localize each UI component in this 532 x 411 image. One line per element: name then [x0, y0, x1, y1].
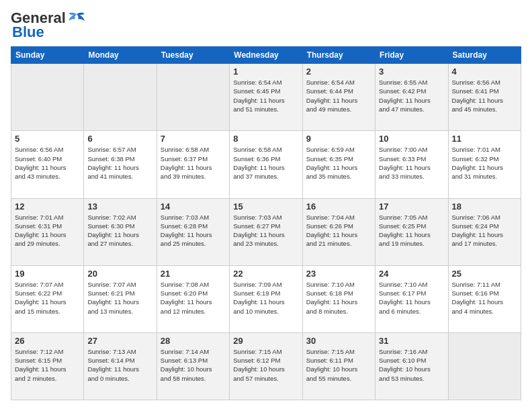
calendar-cell: 25Sunrise: 7:11 AM Sunset: 6:16 PM Dayli… [448, 265, 521, 332]
calendar-cell: 28Sunrise: 7:14 AM Sunset: 6:13 PM Dayli… [157, 332, 229, 400]
day-number: 22 [233, 269, 298, 279]
calendar-cell: 18Sunrise: 7:06 AM Sunset: 6:24 PM Dayli… [448, 198, 521, 265]
cell-info: Sunrise: 7:08 AM Sunset: 6:20 PM Dayligh… [161, 280, 226, 316]
cell-info: Sunrise: 7:00 AM Sunset: 6:33 PM Dayligh… [379, 145, 444, 181]
logo: General Blue [11, 11, 86, 40]
calendar-cell: 2Sunrise: 6:54 AM Sunset: 6:44 PM Daylig… [302, 64, 375, 131]
cell-info: Sunrise: 6:54 AM Sunset: 6:44 PM Dayligh… [306, 78, 371, 113]
calendar-cell: 12Sunrise: 7:01 AM Sunset: 6:31 PM Dayli… [11, 198, 84, 265]
day-number: 21 [161, 269, 226, 279]
cell-info: Sunrise: 7:03 AM Sunset: 6:27 PM Dayligh… [233, 213, 298, 248]
day-number: 1 [233, 66, 298, 77]
calendar-cell: 4Sunrise: 6:56 AM Sunset: 6:41 PM Daylig… [448, 64, 521, 131]
day-number: 26 [15, 336, 80, 346]
weekday-header-saturday: Saturday [448, 47, 521, 64]
cell-info: Sunrise: 6:57 AM Sunset: 6:38 PM Dayligh… [87, 145, 152, 181]
day-number: 31 [379, 336, 444, 346]
cell-info: Sunrise: 7:15 AM Sunset: 6:11 PM Dayligh… [306, 347, 371, 383]
day-number: 13 [87, 201, 152, 212]
calendar-week-row: 26Sunrise: 7:12 AM Sunset: 6:15 PM Dayli… [11, 332, 521, 400]
cell-info: Sunrise: 7:01 AM Sunset: 6:31 PM Dayligh… [15, 213, 80, 248]
day-number: 30 [306, 336, 371, 346]
cell-info: Sunrise: 7:03 AM Sunset: 6:28 PM Dayligh… [161, 213, 226, 248]
calendar-cell: 27Sunrise: 7:13 AM Sunset: 6:14 PM Dayli… [84, 332, 157, 400]
header: General Blue [11, 11, 521, 40]
calendar-week-row: 1Sunrise: 6:54 AM Sunset: 6:45 PM Daylig… [11, 64, 521, 131]
cell-info: Sunrise: 7:04 AM Sunset: 6:26 PM Dayligh… [306, 213, 371, 248]
weekday-header-thursday: Thursday [302, 47, 375, 64]
calendar-cell: 1Sunrise: 6:54 AM Sunset: 6:45 PM Daylig… [230, 64, 302, 131]
calendar-cell: 17Sunrise: 7:05 AM Sunset: 6:25 PM Dayli… [375, 198, 448, 265]
cell-info: Sunrise: 7:15 AM Sunset: 6:12 PM Dayligh… [233, 347, 298, 383]
cell-info: Sunrise: 6:54 AM Sunset: 6:45 PM Dayligh… [233, 78, 298, 113]
day-number: 6 [87, 134, 152, 144]
calendar-cell: 13Sunrise: 7:02 AM Sunset: 6:30 PM Dayli… [84, 198, 157, 265]
calendar-cell: 3Sunrise: 6:55 AM Sunset: 6:42 PM Daylig… [375, 64, 448, 131]
day-number: 7 [161, 134, 226, 144]
cell-info: Sunrise: 7:14 AM Sunset: 6:13 PM Dayligh… [161, 347, 226, 383]
calendar-cell [448, 332, 521, 400]
weekday-header-friday: Friday [375, 47, 448, 64]
day-number: 25 [452, 269, 517, 279]
day-number: 24 [379, 269, 444, 279]
cell-info: Sunrise: 7:16 AM Sunset: 6:10 PM Dayligh… [379, 347, 444, 383]
calendar-cell [84, 64, 157, 131]
weekday-header-row: SundayMondayTuesdayWednesdayThursdayFrid… [11, 47, 521, 64]
cell-info: Sunrise: 7:12 AM Sunset: 6:15 PM Dayligh… [15, 347, 80, 383]
calendar-cell: 20Sunrise: 7:07 AM Sunset: 6:21 PM Dayli… [84, 265, 157, 332]
day-number: 3 [379, 66, 444, 77]
calendar-cell [11, 64, 84, 131]
calendar-cell: 8Sunrise: 6:58 AM Sunset: 6:36 PM Daylig… [230, 131, 302, 198]
cell-info: Sunrise: 7:11 AM Sunset: 6:16 PM Dayligh… [452, 280, 517, 316]
calendar-cell: 19Sunrise: 7:07 AM Sunset: 6:22 PM Dayli… [11, 265, 84, 332]
cell-info: Sunrise: 6:56 AM Sunset: 6:41 PM Dayligh… [452, 78, 517, 113]
calendar-cell: 9Sunrise: 6:59 AM Sunset: 6:35 PM Daylig… [302, 131, 375, 198]
day-number: 18 [452, 201, 517, 212]
page: General Blue SundayMondayTuesdayWednesda… [0, 0, 532, 411]
calendar-cell: 11Sunrise: 7:01 AM Sunset: 6:32 PM Dayli… [448, 131, 521, 198]
calendar-cell: 6Sunrise: 6:57 AM Sunset: 6:38 PM Daylig… [84, 131, 157, 198]
logo-blue-text: Blue [12, 25, 44, 40]
calendar-cell: 16Sunrise: 7:04 AM Sunset: 6:26 PM Dayli… [302, 198, 375, 265]
calendar-cell: 30Sunrise: 7:15 AM Sunset: 6:11 PM Dayli… [302, 332, 375, 400]
cell-info: Sunrise: 7:07 AM Sunset: 6:22 PM Dayligh… [15, 280, 80, 316]
calendar-cell: 31Sunrise: 7:16 AM Sunset: 6:10 PM Dayli… [375, 332, 448, 400]
day-number: 20 [87, 269, 152, 279]
cell-info: Sunrise: 7:13 AM Sunset: 6:14 PM Dayligh… [87, 347, 152, 383]
cell-info: Sunrise: 7:07 AM Sunset: 6:21 PM Dayligh… [87, 280, 152, 316]
calendar-cell: 10Sunrise: 7:00 AM Sunset: 6:33 PM Dayli… [375, 131, 448, 198]
cell-info: Sunrise: 7:01 AM Sunset: 6:32 PM Dayligh… [452, 145, 517, 181]
weekday-header-wednesday: Wednesday [230, 47, 302, 64]
cell-info: Sunrise: 6:55 AM Sunset: 6:42 PM Dayligh… [379, 78, 444, 113]
day-number: 10 [379, 134, 444, 144]
day-number: 5 [15, 134, 80, 144]
calendar-week-row: 5Sunrise: 6:56 AM Sunset: 6:40 PM Daylig… [11, 131, 521, 198]
day-number: 14 [161, 201, 226, 212]
cell-info: Sunrise: 7:05 AM Sunset: 6:25 PM Dayligh… [379, 213, 444, 248]
day-number: 15 [233, 201, 298, 212]
day-number: 27 [87, 336, 152, 346]
day-number: 28 [161, 336, 226, 346]
cell-info: Sunrise: 6:58 AM Sunset: 6:37 PM Dayligh… [161, 145, 226, 181]
logo-bird-icon [67, 11, 86, 26]
calendar-cell: 29Sunrise: 7:15 AM Sunset: 6:12 PM Dayli… [230, 332, 302, 400]
day-number: 16 [306, 201, 371, 212]
cell-info: Sunrise: 6:56 AM Sunset: 6:40 PM Dayligh… [15, 145, 80, 181]
cell-info: Sunrise: 7:10 AM Sunset: 6:18 PM Dayligh… [306, 280, 371, 316]
day-number: 4 [452, 66, 517, 77]
cell-info: Sunrise: 7:10 AM Sunset: 6:17 PM Dayligh… [379, 280, 444, 316]
day-number: 17 [379, 201, 444, 212]
day-number: 8 [233, 134, 298, 144]
cell-info: Sunrise: 7:06 AM Sunset: 6:24 PM Dayligh… [452, 213, 517, 248]
cell-info: Sunrise: 7:02 AM Sunset: 6:30 PM Dayligh… [87, 213, 152, 248]
day-number: 2 [306, 66, 371, 77]
day-number: 9 [306, 134, 371, 144]
day-number: 23 [306, 269, 371, 279]
calendar-cell: 23Sunrise: 7:10 AM Sunset: 6:18 PM Dayli… [302, 265, 375, 332]
calendar-cell: 14Sunrise: 7:03 AM Sunset: 6:28 PM Dayli… [157, 198, 229, 265]
day-number: 11 [452, 134, 517, 144]
calendar-week-row: 19Sunrise: 7:07 AM Sunset: 6:22 PM Dayli… [11, 265, 521, 332]
weekday-header-sunday: Sunday [11, 47, 84, 64]
calendar-cell: 7Sunrise: 6:58 AM Sunset: 6:37 PM Daylig… [157, 131, 229, 198]
calendar-cell: 15Sunrise: 7:03 AM Sunset: 6:27 PM Dayli… [230, 198, 302, 265]
